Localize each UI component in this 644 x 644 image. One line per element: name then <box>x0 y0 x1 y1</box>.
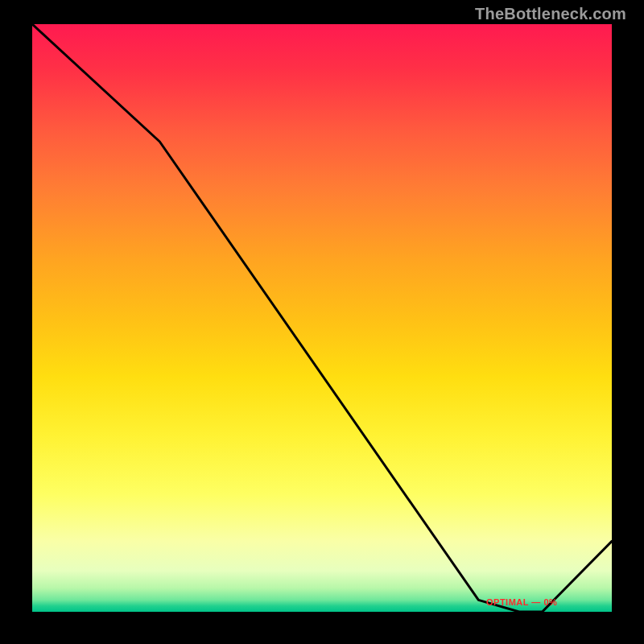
watermark: TheBottleneck.com <box>475 5 626 23</box>
bottleneck-curve <box>32 24 612 612</box>
x-axis <box>31 612 613 613</box>
optimal-label: OPTIMAL — 0% <box>486 597 557 607</box>
chart-container: TheBottleneck.com OPTIMAL — 0% <box>0 0 644 644</box>
